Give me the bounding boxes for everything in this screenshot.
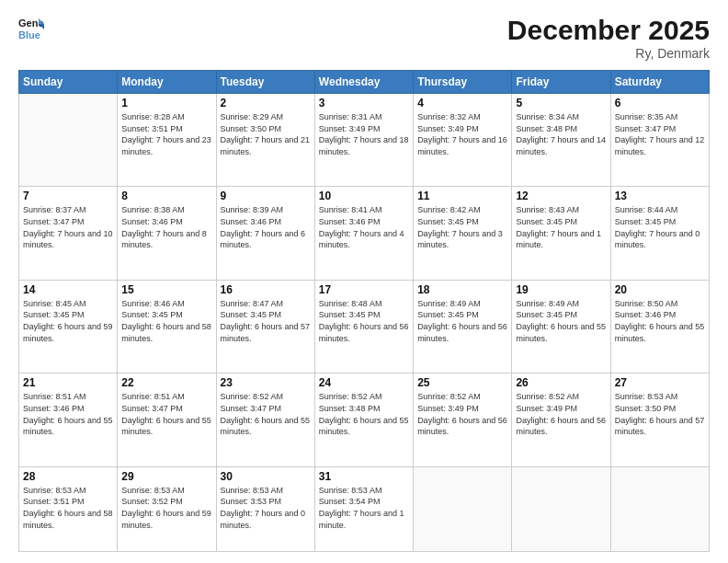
day-number: 11 [417, 190, 507, 202]
day-number: 9 [221, 190, 311, 202]
calendar-week-row: 7Sunrise: 8:37 AM Sunset: 3:47 PM Daylig… [19, 187, 710, 280]
day-info: Sunrise: 8:29 AM Sunset: 3:50 PM Dayligh… [221, 111, 311, 157]
table-row: 20Sunrise: 8:50 AM Sunset: 3:46 PM Dayli… [610, 280, 709, 373]
header-friday: Friday [512, 71, 610, 94]
page: General Blue December 2025 Ry, Denmark S… [0, 0, 728, 563]
table-row [19, 94, 118, 187]
day-number: 7 [23, 190, 113, 202]
table-row: 24Sunrise: 8:52 AM Sunset: 3:48 PM Dayli… [314, 373, 413, 466]
table-row: 5Sunrise: 8:34 AM Sunset: 3:48 PM Daylig… [512, 94, 610, 187]
day-info: Sunrise: 8:53 AM Sunset: 3:54 PM Dayligh… [319, 485, 409, 531]
title-block: December 2025 Ry, Denmark [507, 15, 710, 61]
table-row: 10Sunrise: 8:41 AM Sunset: 3:46 PM Dayli… [314, 187, 413, 280]
day-number: 30 [221, 470, 311, 483]
day-number: 22 [121, 376, 211, 389]
day-info: Sunrise: 8:53 AM Sunset: 3:53 PM Dayligh… [221, 485, 311, 531]
header-saturday: Saturday [610, 71, 709, 94]
day-info: Sunrise: 8:41 AM Sunset: 3:46 PM Dayligh… [319, 204, 409, 250]
day-info: Sunrise: 8:51 AM Sunset: 3:47 PM Dayligh… [121, 391, 211, 437]
table-row: 17Sunrise: 8:48 AM Sunset: 3:45 PM Dayli… [314, 280, 413, 373]
table-row: 2Sunrise: 8:29 AM Sunset: 3:50 PM Daylig… [216, 94, 314, 187]
day-info: Sunrise: 8:45 AM Sunset: 3:45 PM Dayligh… [23, 298, 113, 344]
day-info: Sunrise: 8:42 AM Sunset: 3:45 PM Dayligh… [417, 204, 507, 250]
day-number: 10 [319, 190, 409, 202]
main-title: December 2025 [507, 15, 710, 46]
day-number: 19 [516, 283, 606, 296]
calendar-week-row: 1Sunrise: 8:28 AM Sunset: 3:51 PM Daylig… [19, 94, 710, 187]
day-number: 16 [221, 283, 311, 296]
day-info: Sunrise: 8:48 AM Sunset: 3:45 PM Dayligh… [319, 298, 409, 344]
table-row: 11Sunrise: 8:42 AM Sunset: 3:45 PM Dayli… [414, 187, 512, 280]
day-info: Sunrise: 8:44 AM Sunset: 3:45 PM Dayligh… [615, 204, 705, 250]
day-number: 21 [23, 376, 113, 389]
table-row [414, 466, 512, 551]
table-row: 22Sunrise: 8:51 AM Sunset: 3:47 PM Dayli… [118, 373, 216, 466]
svg-text:Blue: Blue [18, 29, 40, 40]
table-row: 18Sunrise: 8:49 AM Sunset: 3:45 PM Dayli… [414, 280, 512, 373]
calendar-week-row: 28Sunrise: 8:53 AM Sunset: 3:51 PM Dayli… [19, 466, 710, 551]
day-number: 8 [121, 190, 211, 202]
table-row: 3Sunrise: 8:31 AM Sunset: 3:49 PM Daylig… [314, 94, 413, 187]
header-wednesday: Wednesday [314, 71, 413, 94]
day-info: Sunrise: 8:49 AM Sunset: 3:45 PM Dayligh… [417, 298, 507, 344]
table-row [610, 466, 709, 551]
day-info: Sunrise: 8:31 AM Sunset: 3:49 PM Dayligh… [319, 111, 409, 157]
table-row: 4Sunrise: 8:32 AM Sunset: 3:49 PM Daylig… [414, 94, 512, 187]
table-row: 30Sunrise: 8:53 AM Sunset: 3:53 PM Dayli… [216, 466, 314, 551]
calendar-table: Sunday Monday Tuesday Wednesday Thursday… [18, 70, 710, 552]
header-tuesday: Tuesday [216, 71, 314, 94]
day-info: Sunrise: 8:38 AM Sunset: 3:46 PM Dayligh… [121, 204, 211, 250]
table-row: 13Sunrise: 8:44 AM Sunset: 3:45 PM Dayli… [610, 187, 709, 280]
day-info: Sunrise: 8:35 AM Sunset: 3:47 PM Dayligh… [615, 111, 705, 157]
table-row: 27Sunrise: 8:53 AM Sunset: 3:50 PM Dayli… [610, 373, 709, 466]
table-row: 25Sunrise: 8:52 AM Sunset: 3:49 PM Dayli… [414, 373, 512, 466]
subtitle: Ry, Denmark [507, 46, 710, 61]
day-info: Sunrise: 8:53 AM Sunset: 3:50 PM Dayligh… [615, 391, 705, 437]
day-info: Sunrise: 8:39 AM Sunset: 3:46 PM Dayligh… [221, 204, 311, 250]
logo: General Blue [18, 15, 44, 40]
day-info: Sunrise: 8:49 AM Sunset: 3:45 PM Dayligh… [516, 298, 606, 344]
calendar-week-row: 14Sunrise: 8:45 AM Sunset: 3:45 PM Dayli… [19, 280, 710, 373]
day-info: Sunrise: 8:46 AM Sunset: 3:45 PM Dayligh… [121, 298, 211, 344]
day-info: Sunrise: 8:50 AM Sunset: 3:46 PM Dayligh… [615, 298, 705, 344]
table-row: 8Sunrise: 8:38 AM Sunset: 3:46 PM Daylig… [118, 187, 216, 280]
day-number: 17 [319, 283, 409, 296]
day-info: Sunrise: 8:53 AM Sunset: 3:52 PM Dayligh… [121, 485, 211, 531]
day-info: Sunrise: 8:52 AM Sunset: 3:49 PM Dayligh… [516, 391, 606, 437]
day-info: Sunrise: 8:52 AM Sunset: 3:48 PM Dayligh… [319, 391, 409, 437]
day-info: Sunrise: 8:53 AM Sunset: 3:51 PM Dayligh… [23, 485, 113, 531]
day-number: 18 [417, 283, 507, 296]
table-row [512, 466, 610, 551]
table-row: 29Sunrise: 8:53 AM Sunset: 3:52 PM Dayli… [118, 466, 216, 551]
day-number: 20 [615, 283, 705, 296]
day-number: 3 [319, 97, 409, 109]
day-number: 27 [615, 376, 705, 389]
header: General Blue December 2025 Ry, Denmark [18, 15, 710, 61]
day-number: 15 [121, 283, 211, 296]
table-row: 21Sunrise: 8:51 AM Sunset: 3:46 PM Dayli… [19, 373, 118, 466]
day-number: 28 [23, 470, 113, 483]
day-info: Sunrise: 8:37 AM Sunset: 3:47 PM Dayligh… [23, 204, 113, 250]
table-row: 6Sunrise: 8:35 AM Sunset: 3:47 PM Daylig… [610, 94, 709, 187]
table-row: 15Sunrise: 8:46 AM Sunset: 3:45 PM Dayli… [118, 280, 216, 373]
day-number: 6 [615, 97, 705, 109]
day-info: Sunrise: 8:52 AM Sunset: 3:49 PM Dayligh… [417, 391, 507, 437]
day-number: 14 [23, 283, 113, 296]
table-row: 26Sunrise: 8:52 AM Sunset: 3:49 PM Dayli… [512, 373, 610, 466]
header-sunday: Sunday [19, 71, 118, 94]
day-number: 29 [121, 470, 211, 483]
table-row: 31Sunrise: 8:53 AM Sunset: 3:54 PM Dayli… [314, 466, 413, 551]
day-info: Sunrise: 8:52 AM Sunset: 3:47 PM Dayligh… [221, 391, 311, 437]
table-row: 12Sunrise: 8:43 AM Sunset: 3:45 PM Dayli… [512, 187, 610, 280]
header-thursday: Thursday [414, 71, 512, 94]
table-row: 14Sunrise: 8:45 AM Sunset: 3:45 PM Dayli… [19, 280, 118, 373]
table-row: 7Sunrise: 8:37 AM Sunset: 3:47 PM Daylig… [19, 187, 118, 280]
day-number: 2 [221, 97, 311, 109]
day-info: Sunrise: 8:32 AM Sunset: 3:49 PM Dayligh… [417, 111, 507, 157]
day-info: Sunrise: 8:28 AM Sunset: 3:51 PM Dayligh… [121, 111, 211, 157]
day-number: 26 [516, 376, 606, 389]
table-row: 9Sunrise: 8:39 AM Sunset: 3:46 PM Daylig… [216, 187, 314, 280]
day-info: Sunrise: 8:47 AM Sunset: 3:45 PM Dayligh… [221, 298, 311, 344]
day-number: 1 [121, 97, 211, 109]
day-number: 13 [615, 190, 705, 202]
